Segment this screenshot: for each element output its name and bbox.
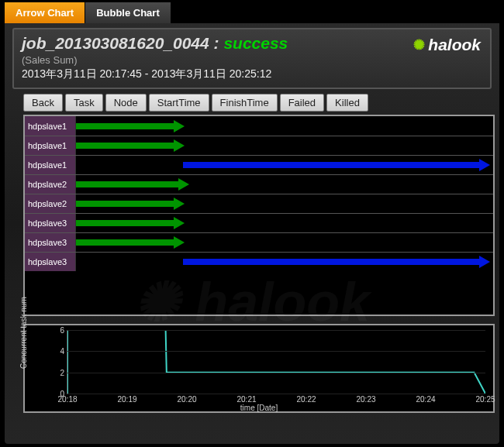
logo-text: halook [428,36,481,54]
track-label: hdpslave2 [25,175,76,194]
x-tick: 20:24 [416,395,435,404]
y-tick: 2 [60,368,64,377]
map-arrow-icon [76,122,183,131]
tab-bubble-chart[interactable]: Bubble Chart [85,2,171,23]
job-header: ✺ halook job_201303081620_0044 : success… [12,28,492,89]
failed-button[interactable]: Failed [280,94,324,112]
product-logo: ✺ halook [413,36,481,54]
track-row: hdpslave2 [25,194,493,213]
starttime-button[interactable]: StartTime [149,94,209,112]
arrow-chart-panel: hdpslave1hdpslave1hdpslave1hdpslave2hdps… [23,115,495,316]
map-arrow-icon [76,218,183,228]
x-axis-label: time [Date] [240,404,278,412]
tab-arrow-chart[interactable]: Arrow Chart [5,2,85,23]
x-tick: 20:22 [296,395,316,404]
track-row: hdpslave3 [25,232,493,252]
line-chart-panel: Concurrent task num 024620:1820:1920:202… [23,324,495,413]
track-label: hdpslave3 [25,214,76,232]
x-tick: 20:23 [356,395,375,404]
track-label: hdpslave3 [25,253,76,271]
x-tick: 20:19 [117,395,136,404]
job-status: success [223,34,288,52]
task-button[interactable]: Task [65,94,103,112]
x-tick: 20:25 [475,395,495,404]
finishtime-button[interactable]: FinishTime [212,94,278,112]
y-tick: 6 [60,326,64,335]
job-time-range: 2013年3月11日 20:17:45 - 2013年3月11日 20:25:1… [22,67,482,81]
track-row: hdpslave3 [25,213,493,232]
map-arrow-icon [76,199,183,208]
track-row: hdpslave1 [25,136,493,155]
track-label: hdpslave1 [25,136,76,155]
node-button[interactable]: Node [105,94,147,112]
reduce-arrow-icon [183,160,488,170]
reduce-arrow-icon [183,257,488,266]
killed-button[interactable]: Killed [326,94,368,112]
track-label: hdpslave3 [25,233,76,252]
line-series [67,330,485,394]
track-row: hdpslave3 [25,252,493,271]
map-arrow-icon [76,180,188,189]
track-row: hdpslave1 [25,155,493,174]
map-arrow-icon [76,238,183,247]
map-arrow-icon [76,141,183,150]
track-row: hdpslave2 [25,174,493,194]
logo-icon: ✺ [413,36,425,53]
x-tick: 20:20 [177,395,196,404]
back-button[interactable]: Back [23,94,63,112]
toolbar: Back Task Node StartTime FinishTime Fail… [23,94,492,112]
track-row: hdpslave1 [25,116,493,136]
y-tick: 4 [60,347,64,356]
plot-area: 024620:1820:1920:2020:2120:2220:2320:242… [67,330,485,394]
x-tick: 20:21 [236,395,256,404]
track-label: hdpslave1 [25,156,76,174]
track-label: hdpslave1 [25,116,76,136]
job-id: job_201303081620_0044 [22,34,209,52]
tab-bar: Arrow Chart Bubble Chart [5,2,499,23]
x-tick: 20:18 [57,395,77,404]
track-label: hdpslave2 [25,194,76,213]
job-subtitle: (Sales Sum) [22,54,482,66]
y-axis-label: Concurrent task num [19,297,28,369]
